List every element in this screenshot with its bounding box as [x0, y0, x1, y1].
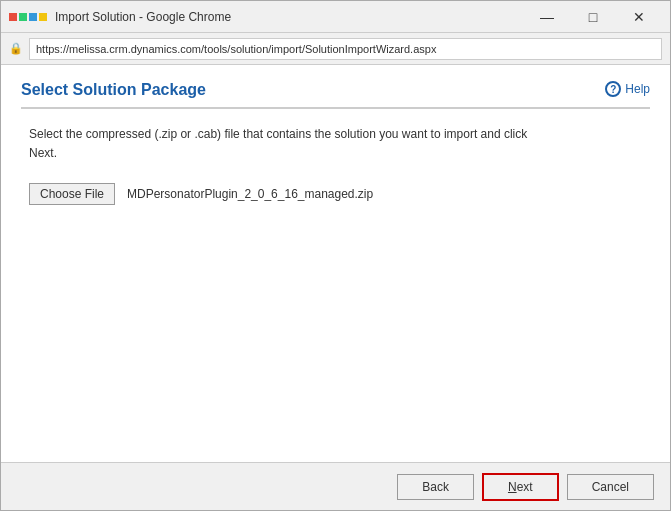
next-label: Next	[508, 480, 533, 494]
window-title: Import Solution - Google Chrome	[55, 10, 524, 24]
help-label: Help	[625, 82, 650, 96]
back-label: Back	[422, 480, 449, 494]
help-link[interactable]: ? Help	[605, 81, 650, 97]
description-text: Select the compressed (.zip or .cab) fil…	[29, 125, 650, 163]
close-button[interactable]: ✕	[616, 1, 662, 33]
description-line1: Select the compressed (.zip or .cab) fil…	[29, 127, 527, 141]
minimize-button[interactable]: —	[524, 1, 570, 33]
title-bar: Import Solution - Google Chrome — □ ✕	[1, 1, 670, 33]
window-icon	[9, 13, 47, 21]
page-title: Select Solution Package	[21, 81, 206, 99]
selected-file-name: MDPersonatorPlugin_2_0_6_16_managed.zip	[127, 187, 373, 201]
page-header: Select Solution Package ? Help	[21, 81, 650, 109]
file-section: Choose File MDPersonatorPlugin_2_0_6_16_…	[29, 183, 650, 205]
address-bar: 🔒	[1, 33, 670, 65]
close-icon: ✕	[633, 9, 645, 25]
choose-file-button[interactable]: Choose File	[29, 183, 115, 205]
main-content: Select Solution Package ? Help Select th…	[1, 65, 670, 462]
help-icon: ?	[605, 81, 621, 97]
maximize-icon: □	[589, 9, 597, 25]
next-button[interactable]: Next	[482, 473, 559, 501]
lock-icon: 🔒	[9, 42, 23, 55]
choose-file-label: Choose File	[40, 187, 104, 201]
url-input[interactable]	[29, 38, 662, 60]
cancel-label: Cancel	[592, 480, 629, 494]
cancel-button[interactable]: Cancel	[567, 474, 654, 500]
browser-window: Import Solution - Google Chrome — □ ✕ 🔒 …	[0, 0, 671, 511]
minimize-icon: —	[540, 9, 554, 25]
back-button[interactable]: Back	[397, 474, 474, 500]
description-line2: Next.	[29, 146, 57, 160]
bottom-bar: Back Next Cancel	[1, 462, 670, 510]
window-controls: — □ ✕	[524, 1, 662, 33]
maximize-button[interactable]: □	[570, 1, 616, 33]
